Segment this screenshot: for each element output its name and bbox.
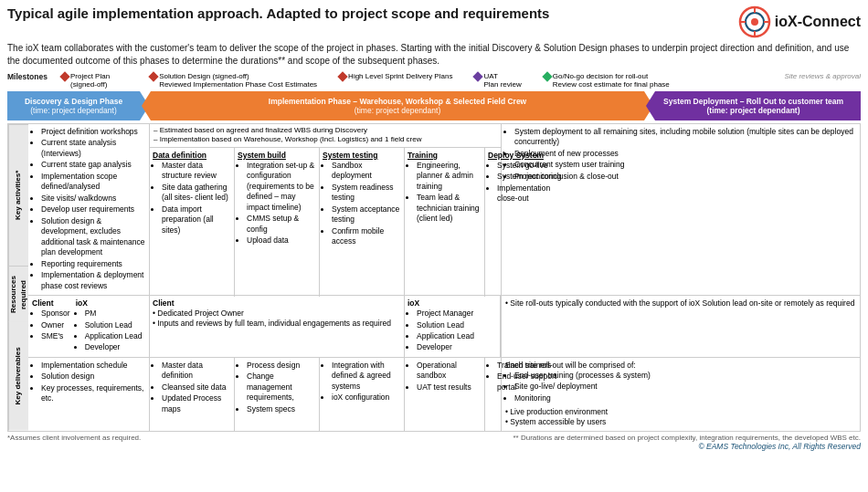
system-testing-header: System testing xyxy=(323,151,401,161)
list-item: Integration with defined & agreed system… xyxy=(332,361,401,392)
list-item: Solution Lead xyxy=(417,320,497,330)
milestone-items: Project Plan(signed-off) Solution Design… xyxy=(61,72,861,89)
list-item: Solution design & development, excludes … xyxy=(41,216,145,258)
footer-desc: ** Durations are determined based on pro… xyxy=(513,434,862,442)
list-item: System deployment to all remaining sites… xyxy=(514,127,856,148)
list-item: Developer xyxy=(417,342,497,352)
logo-icon xyxy=(738,5,771,38)
page-title: Typical agile implementation approach. A… xyxy=(7,5,729,21)
side-label-deliverables: Key deliverables xyxy=(8,322,28,431)
res-disc-client: Client Sponsor Owner SME's xyxy=(32,298,70,354)
data-def-header: Data definition xyxy=(153,151,231,161)
list-item: System readiness testing xyxy=(332,183,401,204)
side-label-resources: Resources required xyxy=(8,266,28,322)
del-system-testing-cell: Integration with defined & agreed system… xyxy=(320,358,405,431)
list-item: Upload data xyxy=(247,236,316,246)
list-item: Application Lead xyxy=(417,331,497,341)
milestone-2: Solution Design (signed-off)Reviewed Imp… xyxy=(150,72,317,89)
del-data-def-list: Master data definition Cleansed site dat… xyxy=(153,361,231,414)
res-impl-client-detail: • Dedicated Project Owner xyxy=(153,309,401,319)
del-training-list: Operational sandbox UAT test results xyxy=(408,361,482,393)
list-item: • Live production environment xyxy=(505,407,856,417)
milestone-3: High Level Sprint Delivery Plans xyxy=(339,72,452,89)
list-item: Owner xyxy=(41,320,70,330)
del-system-testing-list: Integration with defined & agreed system… xyxy=(323,361,401,403)
res-discovery-inner: Client Sponsor Owner SME's ioX PM S xyxy=(32,298,145,354)
list-item: Engineering, planner & admin training xyxy=(417,161,482,192)
list-item: Updated Process maps xyxy=(162,393,231,414)
del-deployment-cell: Each site roll-out will be comprised of:… xyxy=(502,358,860,431)
list-item: Developer xyxy=(85,342,143,352)
milestones-label: Milestones xyxy=(7,72,58,81)
site-reviews-label: Site reviews & approval xyxy=(784,72,861,89)
diamond-icon-3 xyxy=(337,71,347,81)
list-item: Develop user requirements xyxy=(41,204,145,215)
list-item: Implementation scope defined/analysed xyxy=(41,172,145,193)
list-item: PM xyxy=(85,309,143,319)
resources-row: Client Sponsor Owner SME's ioX PM S xyxy=(28,296,860,358)
list-item: Deployment of new processes xyxy=(514,149,856,159)
list-item: ioX configuration xyxy=(332,393,401,403)
header-row: Typical agile implementation approach. A… xyxy=(7,5,861,38)
del-discovery-list: Implementation schedule Solution design … xyxy=(32,361,145,404)
ka-system-testing-cell: System testing Sandbox deployment System… xyxy=(320,148,405,297)
ka-deployment-list: System deployment to all remaining sites… xyxy=(505,127,856,182)
list-item: Solution Lead xyxy=(85,320,143,330)
milestone-1: Project Plan(signed-off) xyxy=(61,72,110,89)
milestones-row: Milestones Project Plan(signed-off) Solu… xyxy=(7,72,861,89)
diamond-icon-5 xyxy=(542,71,552,81)
list-item: System acceptance testing xyxy=(332,204,401,225)
res-discovery-cell: Client Sponsor Owner SME's ioX PM S xyxy=(28,296,150,357)
del-data-def-cell: Master data definition Cleansed site dat… xyxy=(150,358,235,431)
system-testing-list: Sandbox deployment System readiness test… xyxy=(323,161,401,247)
del-training-cell: Operational sandbox UAT test results xyxy=(405,358,485,431)
list-item: Master data structure review xyxy=(162,161,231,182)
list-item: • System accessible by users xyxy=(505,417,856,427)
del-implementation-area: Master data definition Cleansed site dat… xyxy=(150,358,502,431)
list-item: End-user training (processes & system) xyxy=(514,371,856,381)
list-item: Current state analysis (Interviews) xyxy=(41,138,145,159)
system-build-header: System build xyxy=(238,151,316,161)
ka-system-build-cell: System build Integration set-up & config… xyxy=(235,148,320,297)
logo-area: ioX-Connect xyxy=(738,5,861,38)
data-def-list: Master data structure review Site data g… xyxy=(153,161,231,236)
list-item: Solution design xyxy=(41,372,145,382)
list-item: Team lead & technician training (client … xyxy=(417,193,482,224)
footer-copyright: © EAMS Technologies Inc, All Rights Rese… xyxy=(7,442,861,451)
del-system-build-cell: Process design Change management require… xyxy=(235,358,320,431)
res-disc-iox-list: PM Solution Lead Application Lead Develo… xyxy=(76,309,143,353)
side-label-key: Key activities* xyxy=(8,124,28,266)
list-item: Operational sandbox xyxy=(417,361,482,382)
phase-discovery-label: Discovery & Design Phase(time: project d… xyxy=(25,97,122,115)
list-item: System specs xyxy=(247,404,316,414)
list-item: Project Manager xyxy=(417,309,497,319)
header-description: The ioX team collaborates with the custo… xyxy=(7,42,861,68)
list-item: Concurrent system user training xyxy=(514,160,856,170)
list-item: Monitoring xyxy=(514,393,856,403)
ka-deployment-cell: System deployment to all remaining sites… xyxy=(502,124,860,295)
key-activities-row: Project definition workshops Current sta… xyxy=(28,124,860,296)
list-item: Current state gap analysis xyxy=(41,160,145,170)
ka-training-cell: Training Engineering, planner & admin tr… xyxy=(405,148,485,297)
ka-discovery-list: Project definition workshops Current sta… xyxy=(32,127,145,291)
phase-deployment-label: System Deployment – Roll Out to customer… xyxy=(653,97,853,115)
list-item: Implementation & deployment phase cost r… xyxy=(41,270,145,291)
phase-discovery-banner: Discovery & Design Phase(time: project d… xyxy=(7,91,149,120)
side-labels: Key activities* Resources required Key d… xyxy=(8,124,28,431)
del-deployment-list: End-user training (processes & system) S… xyxy=(505,371,856,403)
res-train-list: Project Manager Solution Lead Applicatio… xyxy=(408,309,497,353)
phase-implementation-banner: Implementation Phase – Warehouse, Worksh… xyxy=(142,91,653,120)
res-impl-client-cell: Client • Dedicated Project Owner • Input… xyxy=(150,296,405,357)
list-item: UAT test results xyxy=(417,382,482,393)
list-item: Project conclusion & close-out xyxy=(514,172,856,182)
grid-content: Project definition workshops Current sta… xyxy=(28,124,860,431)
list-item: Project definition workshops xyxy=(41,127,145,137)
res-train-cell: ioX Project Manager Solution Lead Applic… xyxy=(405,296,501,357)
list-item: Process design xyxy=(247,361,316,371)
ka-data-def-cell: Data definition Master data structure re… xyxy=(150,148,235,297)
footer: *Assumes client involvement as required.… xyxy=(7,434,861,442)
impl-notes: – Estimated based on agreed and finalize… xyxy=(150,124,501,148)
diamond-icon-1 xyxy=(59,71,69,81)
impl-subcols: Data definition Master data structure re… xyxy=(150,148,501,297)
milestone-4-text: UATPlan review xyxy=(483,72,521,89)
